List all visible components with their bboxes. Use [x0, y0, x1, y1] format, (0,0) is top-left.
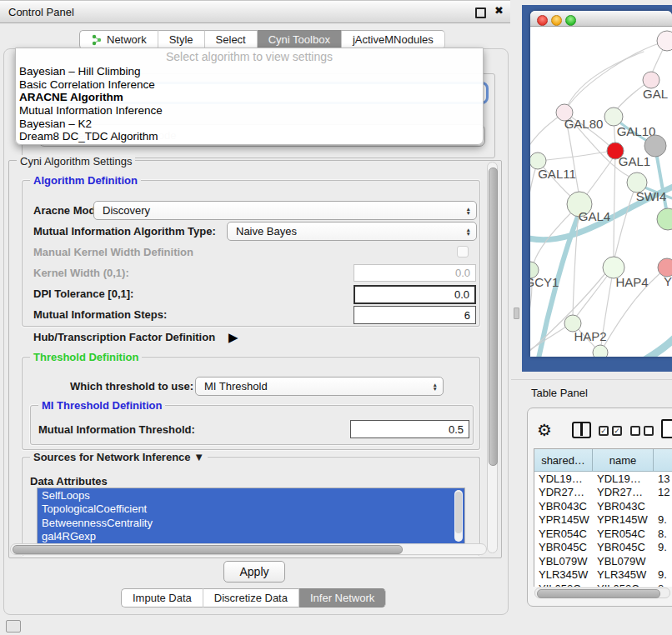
hub-expander-icon[interactable]: ▶ [228, 330, 238, 345]
tab-select[interactable]: Select [205, 30, 258, 49]
algorithm-option-bayesian-k2[interactable]: Bayesian – K2 [16, 117, 483, 130]
network-edge[interactable] [614, 182, 637, 258]
network-edge[interactable] [621, 336, 672, 357]
algorithm-option-mutual-information-inference[interactable]: Mutual Information Inference [16, 104, 483, 118]
tab-discretize-data[interactable]: Discretize Data [203, 588, 299, 608]
network-edge[interactable] [530, 278, 532, 354]
tab-impute-data[interactable]: Impute Data [121, 588, 203, 608]
manual-kernel-checkbox[interactable] [457, 246, 469, 258]
algorithm-definition-title: Algorithm Definition [30, 174, 141, 187]
mi-steps-field[interactable]: 6 [354, 306, 476, 324]
apply-button[interactable]: Apply [223, 561, 285, 582]
close-panel-icon[interactable]: ✖ [494, 4, 504, 17]
table-settings-gear-icon[interactable]: ⚙ [537, 420, 552, 440]
node-label-swi4: SWI4 [636, 189, 667, 203]
attribute-item-topologicalcoefficient[interactable]: TopologicalCoefficient [38, 502, 464, 517]
table-cell: 12 [654, 486, 672, 500]
stepper-arrows-icon: ▲▼ [466, 227, 471, 236]
mi-threshold-value: 0.5 [449, 423, 464, 436]
network-node-gal10[interactable] [604, 108, 623, 126]
settings-vscroll-thumb[interactable] [489, 168, 498, 466]
settings-hscroll-thumb[interactable] [13, 545, 403, 554]
threshold-definition-title: Threshold Definition [30, 351, 142, 363]
table-panel-title: Table Panel [531, 387, 588, 399]
attribute-item-selfloops[interactable]: SelfLoops [38, 488, 464, 502]
mi-steps-value: 6 [464, 309, 470, 322]
check-all-icon-2[interactable]: ✓ [612, 426, 622, 436]
column-layout-icon[interactable] [572, 422, 591, 438]
table-cell: YPR145W [534, 513, 593, 528]
dpi-tolerance-field[interactable]: 0.0 [354, 285, 476, 304]
aracne-mode-combobox[interactable]: Discovery ▲▼ [93, 201, 477, 220]
float-panel-icon[interactable] [475, 8, 486, 18]
table-row[interactable]: YDL19…YDL19…13 [534, 472, 672, 486]
table-cell: YBR043C [534, 499, 593, 513]
tab-jactivemnodules[interactable]: jActiveMNodules [342, 30, 445, 49]
table-cell: YDR27… [593, 486, 654, 500]
sources-collapse-icon[interactable]: ▼ [193, 451, 204, 463]
tab-infer-network[interactable]: Infer Network [299, 588, 386, 608]
manual-kernel-label: Manual Kernel Width Definition [33, 246, 193, 258]
tab-network[interactable]: Network [79, 30, 158, 49]
table-row[interactable]: YLR345WYLR345W9. [534, 568, 672, 582]
network-node[interactable] [657, 208, 672, 230]
data-attributes-list[interactable]: SelfLoopsTopologicalCoefficientBetweenne… [37, 488, 465, 548]
attribute-item-betweennesscentrality[interactable]: BetweennessCentrality [38, 516, 464, 530]
check-all-icon[interactable]: ✓ [599, 426, 609, 436]
table-row[interactable]: YDR27…YDR27…12 [534, 486, 672, 500]
tab-label: Network [107, 33, 147, 46]
list-scrollbar-thumb[interactable] [455, 492, 462, 533]
close-traffic-light[interactable] [537, 15, 548, 26]
cyni-algorithm-settings-title: Cyni Algorithm Settings [17, 155, 135, 168]
uncheck-all-icon-2[interactable] [644, 426, 654, 436]
algorithm-option-basic-correlation-inference[interactable]: Basic Correlation Inference [16, 78, 483, 92]
table-row[interactable]: YER054CYER054C8. [534, 527, 672, 541]
node-table[interactable]: shared…nameAYDL19…YDL19…13YDR27…YDR27…12… [534, 448, 672, 587]
tab-cyni-toolbox[interactable]: Cyni Toolbox [258, 30, 342, 49]
attribute-item-gal4rgexp[interactable]: gal4RGexp [38, 530, 464, 544]
mi-threshold-field[interactable]: 0.5 [350, 420, 469, 438]
minimize-traffic-light[interactable] [551, 15, 562, 26]
tab-label: Discretize Data [214, 592, 288, 604]
table-row[interactable]: YIL052CYIL052C8. [534, 582, 672, 587]
network-edge[interactable] [655, 148, 668, 218]
network-edge[interactable] [530, 327, 566, 357]
network-node-gal[interactable] [643, 72, 659, 88]
table-row[interactable]: YBL079WYBL079W [534, 554, 672, 568]
settings-horizontal-scrollbar[interactable] [10, 543, 487, 555]
node-label-y: Y [664, 274, 672, 288]
list-scrollbar[interactable] [454, 490, 463, 542]
kernel-width-field[interactable]: 0.0 [354, 264, 476, 282]
algorithm-option-dream8-dc-tdc-algorithm[interactable]: Dream8 DC_TDC Algorithm [16, 130, 483, 143]
network-node[interactable] [593, 345, 608, 357]
mi-type-combobox[interactable]: Naive Bayes ▲▼ [227, 222, 477, 241]
table-row[interactable]: YBR045CYBR045C9. [534, 541, 672, 555]
table-hscroll-thumb[interactable] [537, 589, 660, 598]
tab-style[interactable]: Style [158, 30, 205, 49]
network-edge[interactable] [530, 161, 538, 262]
network-node[interactable] [644, 135, 666, 157]
settings-vertical-scrollbar[interactable] [487, 162, 498, 553]
uncheck-all-icon[interactable] [630, 426, 640, 436]
network-canvas[interactable]: GALGAL80GAL10GAL1GAL11SWI4GAL4GCY1HAP4YH… [530, 26, 672, 357]
network-edge[interactable] [564, 52, 644, 112]
column-header-name[interactable]: name [593, 449, 654, 472]
which-threshold-label: Which threshold to use: [70, 380, 193, 392]
which-threshold-combobox[interactable]: MI Threshold ▲▼ [195, 377, 444, 396]
algorithm-option-bayesian-hill-climbing[interactable]: Bayesian – Hill Climbing [16, 65, 483, 78]
table-row[interactable]: YBR043CYBR043C [534, 499, 672, 513]
algorithm-option-aracne-algorithm[interactable]: ARACNE Algorithm [16, 91, 483, 104]
column-header-a[interactable]: A [654, 449, 672, 472]
mi-threshold-label: Mutual Information Threshold: [38, 423, 195, 436]
file-icon[interactable] [661, 419, 672, 438]
panel-grip-button[interactable] [6, 620, 21, 632]
control-panel-tabbar: NetworkStyleSelectCyni ToolboxjActiveMNo… [79, 30, 445, 49]
network-node[interactable] [657, 31, 672, 51]
zoom-traffic-light[interactable] [565, 15, 576, 26]
network-window-titlebar[interactable] [530, 11, 672, 27]
panel-splitter-handle[interactable] [514, 308, 519, 319]
node-label-gal80: GAL80 [564, 117, 604, 131]
table-horizontal-scrollbar[interactable] [534, 588, 670, 598]
column-header-shared[interactable]: shared… [534, 449, 593, 472]
table-row[interactable]: YPR145WYPR145W9. [534, 513, 672, 528]
